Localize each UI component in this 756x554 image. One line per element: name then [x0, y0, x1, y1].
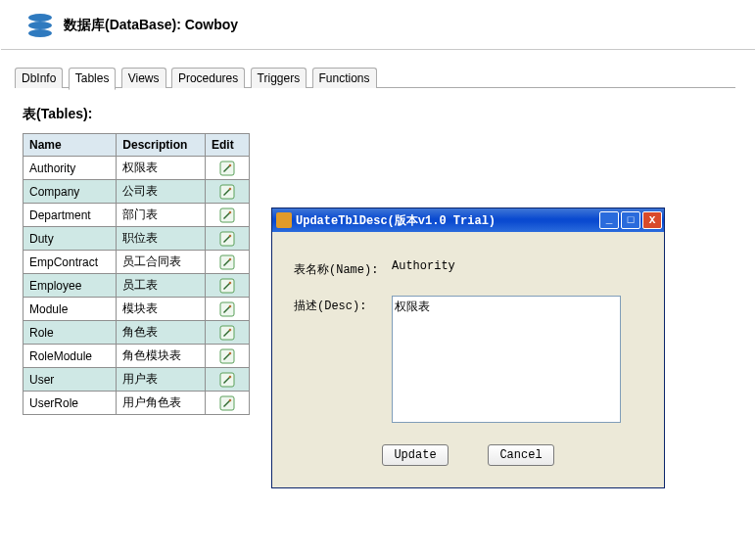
cell-edit	[206, 180, 250, 204]
section-heading: 表(Tables):	[23, 106, 755, 123]
cell-description: 权限表	[117, 157, 206, 180]
edit-icon[interactable]	[219, 348, 235, 364]
edit-icon[interactable]	[219, 325, 235, 341]
table-row: User用户表	[24, 368, 250, 392]
dialog-minimize-button[interactable]: _	[599, 211, 619, 229]
table-row: Duty职位表	[24, 227, 250, 251]
cell-edit	[206, 204, 250, 227]
edit-icon[interactable]	[219, 395, 235, 411]
tab-procedures[interactable]: Procedures	[171, 68, 245, 88]
maximize-icon: □	[628, 215, 635, 226]
cell-name: Module	[24, 298, 117, 321]
page-title: 数据库(DataBase): Cowboy	[64, 17, 238, 34]
cell-name: Authority	[24, 157, 117, 180]
cell-edit	[206, 157, 250, 180]
edit-icon[interactable]	[219, 231, 235, 247]
table-row: Department部门表	[24, 204, 250, 227]
table-row: RoleModule角色模块表	[24, 345, 250, 368]
tab-triggers[interactable]: Triggers	[251, 68, 307, 88]
cell-description: 职位表	[117, 227, 206, 251]
cell-name: UserRole	[24, 392, 117, 415]
update-button[interactable]: Update	[382, 444, 449, 466]
dialog-app-icon	[276, 212, 292, 228]
tabs-row: DbInfo Tables Views Procedures Triggers …	[1, 68, 755, 88]
cell-description: 员工表	[117, 274, 206, 298]
dialog-close-button[interactable]: X	[642, 211, 662, 229]
edit-icon[interactable]	[219, 372, 235, 388]
table-row: Role角色表	[24, 321, 250, 345]
cell-description: 用户表	[117, 368, 206, 392]
tab-dbinfo[interactable]: DbInfo	[15, 68, 63, 88]
cell-name: Employee	[24, 274, 117, 298]
cell-edit	[206, 345, 250, 368]
cell-edit	[206, 251, 250, 274]
dialog-title-text: UpdateTblDesc(版本v1.0 Trial)	[296, 212, 496, 229]
dialog-titlebar[interactable]: UpdateTblDesc(版本v1.0 Trial) _ □ X	[272, 208, 664, 232]
cell-name: EmpContract	[24, 251, 117, 274]
col-header-edit: Edit	[206, 134, 250, 157]
database-icon	[28, 14, 52, 37]
cell-name: User	[24, 368, 117, 392]
table-row: UserRole用户角色表	[24, 392, 250, 415]
edit-icon[interactable]	[219, 184, 235, 200]
col-header-description: Description	[117, 134, 206, 157]
edit-icon[interactable]	[219, 161, 235, 176]
table-row: Module模块表	[24, 298, 250, 321]
page-header: 数据库(DataBase): Cowboy	[1, 1, 755, 50]
close-icon: X	[649, 215, 656, 226]
cell-name: Duty	[24, 227, 117, 251]
cell-edit	[206, 274, 250, 298]
cell-name: Department	[24, 204, 117, 227]
dialog-maximize-button[interactable]: □	[621, 211, 640, 229]
desc-textarea[interactable]: 权限表	[392, 296, 621, 423]
cell-edit	[206, 298, 250, 321]
edit-icon[interactable]	[219, 208, 235, 223]
field-label-desc: 描述(Desc):	[294, 296, 392, 314]
cell-description: 公司表	[117, 180, 206, 204]
cell-name: Company	[24, 180, 117, 204]
minimize-icon: _	[606, 215, 613, 226]
cell-edit	[206, 321, 250, 345]
field-value-name: Authority	[392, 259, 642, 273]
table-row: Authority权限表	[24, 157, 250, 180]
tab-tables[interactable]: Tables	[69, 68, 117, 90]
col-header-name: Name	[24, 134, 117, 157]
table-row: EmpContract员工合同表	[24, 251, 250, 274]
cell-description: 部门表	[117, 204, 206, 227]
cell-description: 模块表	[117, 298, 206, 321]
cell-description: 角色模块表	[117, 345, 206, 368]
tab-functions[interactable]: Functions	[312, 68, 377, 88]
edit-icon[interactable]	[219, 301, 235, 317]
cell-edit	[206, 227, 250, 251]
edit-icon[interactable]	[219, 278, 235, 294]
update-tbl-desc-dialog: UpdateTblDesc(版本v1.0 Trial) _ □ X 表名称(Na…	[271, 208, 665, 488]
cell-name: Role	[24, 321, 117, 345]
cell-name: RoleModule	[24, 345, 117, 368]
cell-description: 员工合同表	[117, 251, 206, 274]
tables-table-wrap: Name Description Edit Authority权限表Compan…	[23, 133, 250, 415]
cancel-button[interactable]: Cancel	[488, 444, 554, 466]
cell-description: 用户角色表	[117, 392, 206, 415]
cell-description: 角色表	[117, 321, 206, 345]
field-label-name: 表名称(Name):	[294, 259, 392, 278]
edit-icon[interactable]	[219, 254, 235, 270]
table-row: Employee员工表	[24, 274, 250, 298]
tab-views[interactable]: Views	[121, 68, 166, 88]
cell-edit	[206, 368, 250, 392]
cell-edit	[206, 392, 250, 415]
table-row: Company公司表	[24, 180, 250, 204]
tables-table: Name Description Edit Authority权限表Compan…	[23, 133, 250, 415]
dialog-body: 表名称(Name): Authority 描述(Desc): 权限表 Updat…	[272, 232, 664, 487]
